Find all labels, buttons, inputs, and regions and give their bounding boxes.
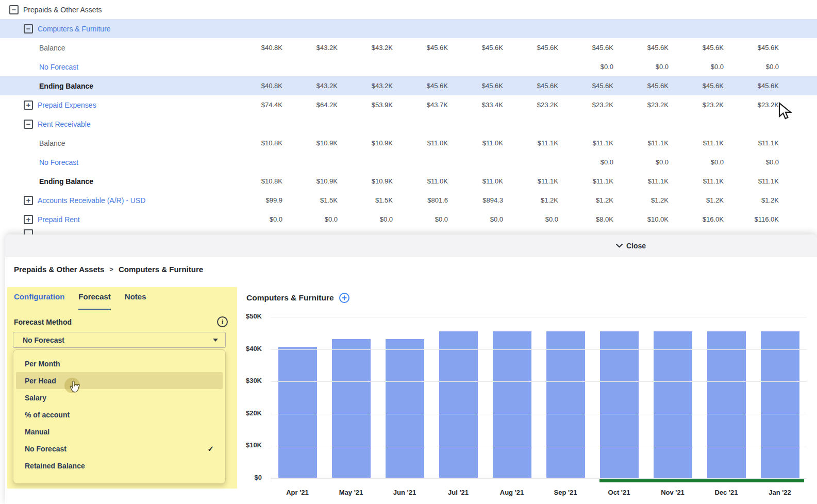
dropdown-option-salary[interactable]: Salary [16, 389, 223, 406]
expand-icon[interactable]: + [24, 215, 33, 224]
row-label-no-forecast[interactable]: No Forecast [39, 158, 78, 166]
dropdown-option-no-forecast[interactable]: No Forecast✓ [16, 440, 223, 457]
x-axis-label: Sep '21 [539, 489, 592, 496]
value-cell: $40.8K [227, 44, 282, 52]
option-label: Per Head [25, 377, 56, 385]
value-cell: $11.1K [669, 139, 724, 147]
select-value: No Forecast [23, 336, 64, 344]
bar-jun-21 [386, 339, 424, 478]
value-cell: $0.0 [227, 215, 282, 223]
row-label-cell: No Forecast [0, 158, 227, 166]
tab-configuration[interactable]: Configuration [14, 292, 64, 310]
x-axis-label: Apr '21 [271, 489, 324, 496]
detail-panel: Close Prepaids & Other Assets > Computer… [5, 234, 817, 504]
table-row: +Prepaid Expenses$74.4K$64.2K$53.9K$43.7… [0, 95, 817, 114]
dropdown-option-retained-balance[interactable]: Retained Balance [16, 457, 223, 474]
value-cell: $116.0K [724, 215, 779, 223]
value-cell: $10.9K [282, 177, 338, 185]
value-cell: $43.2K [282, 82, 338, 90]
dropdown-option-manual[interactable]: Manual [16, 423, 223, 440]
dropdown-option-of-account[interactable]: % of account [16, 406, 223, 423]
bar-jan-22 [761, 331, 799, 478]
tab-forecast[interactable]: Forecast [78, 292, 111, 310]
row-label-computers-furniture[interactable]: Computers & Furniture [38, 25, 111, 33]
dropdown-option-per-month[interactable]: Per Month [16, 355, 223, 372]
row-label-accounts-receivable-a-r-usd[interactable]: Accounts Receivable (A/R) - USD [38, 196, 145, 205]
value-cell: $0.0 [448, 215, 503, 223]
row-label-rent-receivable[interactable]: Rent Receivable [38, 120, 91, 128]
option-label: No Forecast [25, 445, 66, 453]
table-row: +Prepaid Rent$0.0$0.0$0.0$0.0$0.0$0.0$8.… [0, 210, 817, 229]
gridline [271, 414, 807, 414]
add-chart-icon[interactable] [339, 292, 350, 304]
value-cell: $8.0K [558, 215, 613, 223]
row-label-cell: −Prepaids & Other Assets [0, 5, 227, 14]
y-axis-label: $40K [222, 345, 262, 352]
value-cell: $801.6 [393, 196, 448, 204]
value-cell: $40.8K [227, 82, 282, 90]
value-cell: $1.5K [338, 196, 393, 204]
collapse-icon[interactable]: − [24, 120, 33, 129]
row-label-prepaid-expenses[interactable]: Prepaid Expenses [38, 101, 96, 109]
breadcrumb-parent[interactable]: Prepaids & Other Assets [14, 265, 104, 274]
bars-container [271, 317, 807, 478]
value-cell: $0.0 [669, 63, 724, 71]
check-icon: ✓ [207, 444, 214, 453]
value-cell: $10.9K [338, 177, 393, 185]
row-label-prepaids-other-assets: Prepaids & Other Assets [23, 6, 102, 14]
value-cell: $0.0 [724, 63, 779, 71]
close-button[interactable]: Close [616, 234, 646, 257]
row-label-no-forecast[interactable]: No Forecast [39, 63, 78, 71]
gridline [271, 478, 807, 479]
value-cell: $99.9 [227, 196, 282, 204]
value-cell: $0.0 [558, 63, 613, 71]
value-cell: $16.0K [669, 215, 724, 223]
value-cell: $45.6K [448, 82, 503, 90]
dropdown-option-per-head[interactable]: Per Head [16, 372, 223, 389]
gridline [271, 381, 807, 382]
value-cell: $45.6K [558, 82, 613, 90]
tab-notes[interactable]: Notes [125, 292, 146, 310]
forecast-method-select[interactable]: No Forecast [13, 332, 226, 348]
value-cell: $45.6K [503, 82, 558, 90]
chart-title: Computers & Furniture [246, 293, 334, 303]
value-cell: $33.4K [448, 101, 503, 109]
row-label-cell: Ending Balance [0, 177, 227, 186]
value-cell: $0.0 [724, 158, 779, 166]
value-cell: $11.1K [724, 177, 779, 185]
value-cell: $1.2K [613, 196, 669, 204]
forecast-period-line [599, 479, 804, 482]
table-row: +Accounts Receivable (A/R) - USD$99.9$1.… [0, 191, 817, 210]
row-label-ending-balance: Ending Balance [39, 82, 93, 90]
expand-icon[interactable]: + [24, 196, 33, 205]
chart-title-row: Computers & Furniture [246, 292, 350, 304]
value-cell: $1.5K [282, 196, 338, 204]
forecast-method-label: Forecast Method [14, 318, 72, 326]
option-label: Salary [25, 394, 46, 402]
collapse-icon[interactable]: − [9, 5, 19, 14]
x-axis-label: Jul '21 [431, 489, 485, 496]
value-cell: $10.8K [227, 139, 282, 147]
forecast-method-dropdown: Per MonthPer HeadSalary% of accountManua… [13, 349, 226, 484]
value-cell: $23.2K [613, 101, 669, 109]
row-label-ending-balance: Ending Balance [39, 177, 93, 186]
value-cell: $11.0K [393, 177, 448, 185]
value-cell: $0.0 [282, 215, 338, 223]
mouse-cursor-icon [778, 102, 792, 121]
value-cell: $11.1K [503, 139, 558, 147]
x-axis-label: Jun '21 [378, 489, 431, 496]
row-label-cell: −Computers & Furniture [0, 24, 227, 33]
value-cell: $10.8K [227, 177, 282, 185]
collapse-icon[interactable]: − [24, 24, 33, 33]
gridline [271, 349, 807, 350]
value-cell: $43.7K [393, 101, 448, 109]
value-cell: $23.2K [724, 101, 779, 109]
panel-header: Close [5, 234, 817, 257]
expand-icon[interactable]: + [24, 100, 33, 110]
y-axis-label: $30K [222, 377, 262, 384]
config-tabs: ConfigurationForecastNotes [14, 292, 146, 310]
row-label-prepaid-rent[interactable]: Prepaid Rent [38, 215, 80, 224]
y-axis-label: $50K [222, 312, 262, 320]
x-axis-label: Nov '21 [646, 489, 699, 496]
table-row: No Forecast$0.0$0.0$0.0$0.0 [0, 153, 817, 172]
